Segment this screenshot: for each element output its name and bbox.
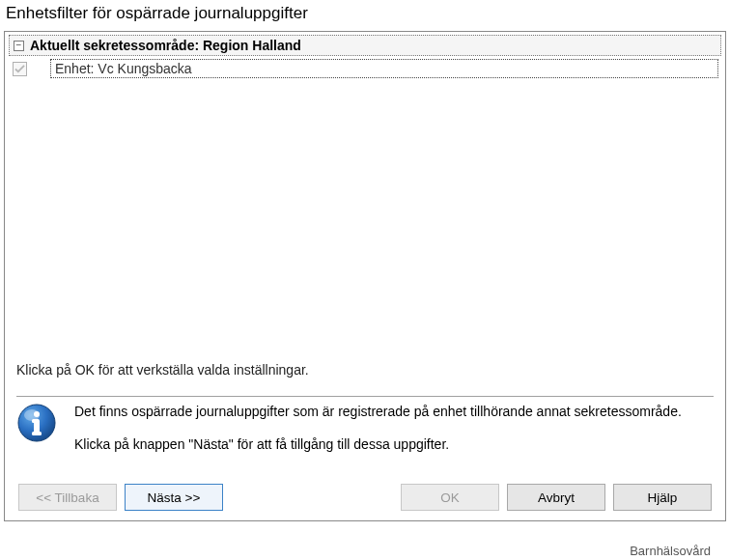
button-row: << Tillbaka Nästa >> OK Avbryt Hjälp <box>5 484 725 511</box>
next-button[interactable]: Nästa >> <box>125 484 223 511</box>
tree-area: − Aktuellt sekretessområde: Region Halla… <box>5 32 725 355</box>
instruction-text: Klicka på OK för att verkställa valda in… <box>16 362 309 378</box>
unit-checkbox[interactable] <box>13 62 27 76</box>
info-line-2: Klicka på knappen "Nästa" för att få til… <box>74 435 682 455</box>
cancel-button[interactable]: Avbryt <box>507 484 605 511</box>
help-button[interactable]: Hjälp <box>613 484 712 511</box>
footer-fragment: Barnhälsovård <box>630 544 711 558</box>
ok-button: OK <box>401 484 499 511</box>
info-block: Det finns ospärrade journaluppgifter som… <box>16 403 714 467</box>
main-panel: − Aktuellt sekretessområde: Region Halla… <box>4 31 726 521</box>
svg-point-2 <box>34 411 40 417</box>
svg-rect-5 <box>32 419 39 423</box>
info-icon <box>16 403 57 443</box>
info-line-1: Det finns ospärrade journaluppgifter som… <box>74 403 682 422</box>
back-button: << Tillbaka <box>18 484 117 511</box>
tree-item-row: Enhet: Vc Kungsbacka <box>9 58 721 79</box>
svg-rect-4 <box>32 432 42 435</box>
collapse-icon[interactable]: − <box>14 41 24 51</box>
separator <box>16 396 714 397</box>
tree-group-label: Aktuellt sekretessområde: Region Halland <box>30 38 301 53</box>
tree-item-label[interactable]: Enhet: Vc Kungsbacka <box>50 59 718 78</box>
info-text: Det finns ospärrade journaluppgifter som… <box>74 403 682 467</box>
dialog-window: Enhetsfilter för ospärrade journaluppgif… <box>0 0 730 560</box>
tree-group-header[interactable]: − Aktuellt sekretessområde: Region Halla… <box>9 35 721 56</box>
window-title: Enhetsfilter för ospärrade journaluppgif… <box>0 0 730 31</box>
check-icon <box>14 64 25 74</box>
